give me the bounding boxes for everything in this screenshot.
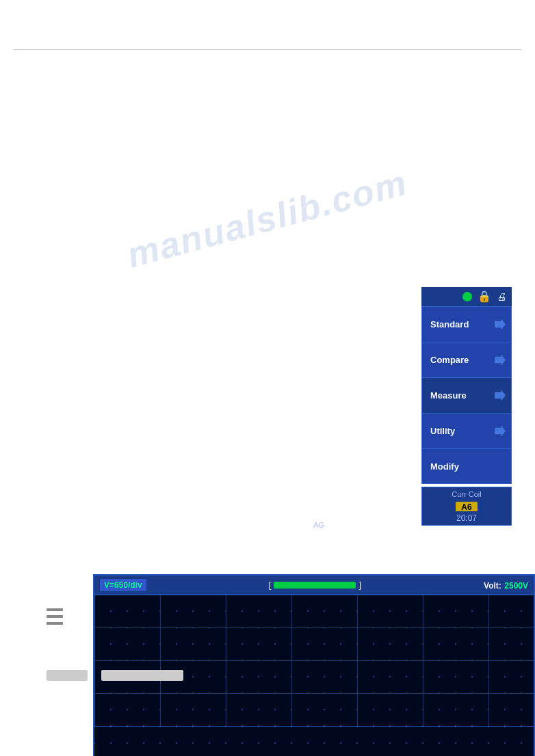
utility-label: Utility: [430, 426, 455, 436]
ag-label: AG: [313, 521, 324, 529]
standard-label: Standard: [430, 319, 469, 329]
printer-icon: 🖨: [497, 292, 506, 301]
watermark: manualslib.com: [122, 162, 411, 276]
scope-topbar: V=650/div [ ] Volt: 2500V: [94, 576, 534, 595]
arrow-icon: [495, 426, 506, 437]
volt-display: Volt: 2500V: [484, 579, 528, 591]
measure-label: Measure: [430, 390, 467, 401]
page-bottom-icons: [47, 608, 63, 625]
modify-label: Modify: [430, 461, 459, 472]
top-rule: [14, 49, 521, 50]
measure-button[interactable]: Measure: [421, 377, 512, 413]
lock-icon: 🔒: [478, 291, 491, 302]
volt-per-div: V=650/div: [100, 579, 146, 591]
scope-wrapper: V=650/div [ ] Volt: 2500V Peak: ------ T…: [47, 287, 512, 533]
scope-icon-bar: 🔒 🖨: [421, 287, 512, 306]
volt-label: Volt:: [484, 581, 501, 591]
bottom-nav: [47, 670, 183, 681]
modify-button[interactable]: Modify: [421, 448, 512, 484]
small-bar-3: [47, 622, 63, 625]
arrow-icon: [495, 355, 506, 366]
right-menu: Standard Compare Measure Utility Modify: [421, 306, 512, 484]
arrow-icon: [495, 319, 506, 330]
compare-label: Compare: [430, 355, 469, 365]
bracket-left: [: [269, 580, 272, 590]
status-icon: [462, 292, 472, 301]
scope-display: V=650/div [ ] Volt: 2500V Peak: ------ T…: [93, 574, 535, 756]
curr-coil-label: Curr Coil: [428, 490, 506, 498]
waveform-display: [94, 595, 534, 726]
secondary-display: [94, 726, 534, 756]
bottom-nav-item-2: [101, 670, 183, 681]
bracket-right: ]: [358, 580, 361, 590]
time-display: 20:07: [421, 511, 512, 526]
arrow-icon: [495, 390, 506, 401]
utility-button[interactable]: Utility: [421, 413, 512, 448]
progress-bar: [274, 582, 356, 589]
progress-area: [ ]: [269, 580, 361, 590]
small-bar-2: [47, 615, 63, 618]
bottom-nav-item-1: [47, 670, 88, 681]
standard-button[interactable]: Standard: [421, 306, 512, 342]
small-bar-1: [47, 608, 63, 611]
volt-value: 2500V: [504, 581, 528, 591]
compare-button[interactable]: Compare: [421, 342, 512, 377]
